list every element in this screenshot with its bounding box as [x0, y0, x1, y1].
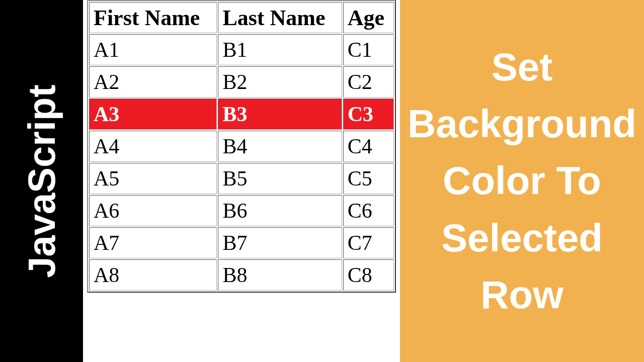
table-cell[interactable]: C7 [343, 227, 394, 258]
table-row[interactable]: A7B7C7 [89, 227, 394, 258]
page-title: Set Background Color To Selected Row [405, 39, 639, 323]
table-cell[interactable]: A7 [89, 227, 217, 258]
table-row[interactable]: A6B6C6 [89, 195, 394, 226]
col-header-age: Age [343, 2, 394, 33]
table-row[interactable]: A3B3C3 [89, 99, 394, 130]
col-header-last-name: Last Name [218, 2, 342, 33]
table-cell[interactable]: A8 [89, 259, 217, 291]
table-header-row: First Name Last Name Age [89, 2, 394, 33]
table-cell[interactable]: B7 [218, 227, 342, 258]
table-cell[interactable]: C5 [343, 163, 394, 194]
brand-label: JavaScript [20, 84, 63, 278]
left-sidebar: JavaScript [0, 0, 83, 362]
table-cell[interactable]: A2 [89, 66, 217, 98]
table-cell[interactable]: C6 [343, 195, 394, 226]
table-row[interactable]: A8B8C8 [89, 259, 394, 291]
table-cell[interactable]: B6 [218, 195, 342, 226]
table-panel: First Name Last Name Age A1B1C1A2B2C2A3B… [83, 0, 400, 362]
table-row[interactable]: A4B4C4 [89, 131, 394, 162]
col-header-first-name: First Name [89, 2, 217, 33]
table-cell[interactable]: B5 [218, 163, 342, 194]
table-cell[interactable]: B1 [218, 34, 342, 65]
table-row[interactable]: A5B5C5 [89, 163, 394, 194]
table-cell[interactable]: C2 [343, 66, 394, 98]
table-cell[interactable]: A1 [89, 34, 217, 65]
table-cell[interactable]: A6 [89, 195, 217, 226]
table-row[interactable]: A2B2C2 [89, 66, 394, 98]
table-cell[interactable]: B3 [218, 99, 342, 130]
right-title-panel: Set Background Color To Selected Row [400, 0, 644, 362]
table-cell[interactable]: A3 [89, 99, 217, 130]
table-row[interactable]: A1B1C1 [89, 34, 394, 65]
data-table[interactable]: First Name Last Name Age A1B1C1A2B2C2A3B… [87, 0, 396, 293]
table-cell[interactable]: C8 [343, 259, 394, 291]
table-cell[interactable]: A4 [89, 131, 217, 162]
table-cell[interactable]: B8 [218, 259, 342, 291]
table-cell[interactable]: C3 [343, 99, 394, 130]
table-body: A1B1C1A2B2C2A3B3C3A4B4C4A5B5C5A6B6C6A7B7… [89, 34, 394, 291]
table-cell[interactable]: C1 [343, 34, 394, 65]
table-cell[interactable]: B4 [218, 131, 342, 162]
table-cell[interactable]: B2 [218, 66, 342, 98]
table-cell[interactable]: C4 [343, 131, 394, 162]
table-cell[interactable]: A5 [89, 163, 217, 194]
